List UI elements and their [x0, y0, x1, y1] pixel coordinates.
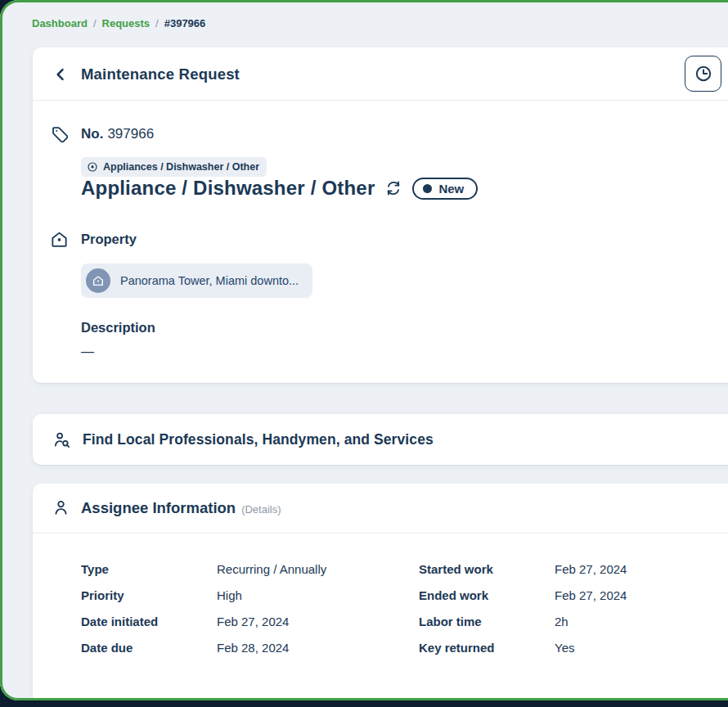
- refresh-icon[interactable]: [384, 179, 402, 197]
- appliance-category-icon: [87, 161, 98, 173]
- tag-icon: [51, 125, 70, 144]
- page-title: Maintenance Request: [81, 65, 240, 83]
- property-chip-label: Panorama Tower, Miami downto...: [120, 274, 299, 287]
- breadcrumb-separator: /: [93, 17, 97, 29]
- person-icon: [52, 498, 70, 517]
- detail-value: Feb 27, 2024: [555, 587, 627, 605]
- detail-label: Labor time: [419, 613, 482, 631]
- assignee-subtitle: (Details): [241, 503, 281, 516]
- maintenance-request-card: Maintenance Request No.397966 Appliances…: [33, 47, 728, 383]
- request-card-header: Maintenance Request: [33, 47, 728, 101]
- breadcrumb-current-request: #397966: [164, 17, 206, 29]
- detail-value: Feb 28, 2024: [217, 639, 289, 657]
- home-avatar-icon: [92, 274, 105, 287]
- detail-value: Feb 27, 2024: [555, 561, 627, 579]
- request-number: 397966: [107, 126, 154, 142]
- chevron-left-icon: [52, 66, 69, 83]
- breadcrumb-dashboard[interactable]: Dashboard: [32, 17, 88, 29]
- assignee-information-card: Assignee Information (Details) Type Recu…: [33, 484, 728, 700]
- find-professionals-title: Find Local Professionals, Handymen, and …: [83, 431, 434, 448]
- detail-value: 2h: [555, 613, 568, 631]
- breadcrumb-requests[interactable]: Requests: [102, 17, 151, 29]
- assignee-title: Assignee Information: [81, 499, 236, 517]
- app-window: Dashboard / Requests / #397966 Maintenan…: [0, 0, 728, 700]
- description-label: Description: [81, 320, 155, 335]
- detail-label: Ended work: [419, 587, 488, 605]
- clock-icon: [694, 64, 713, 83]
- category-badge-label: Appliances / Dishwasher / Other: [103, 161, 259, 173]
- description-value: —: [81, 344, 94, 359]
- property-section-label: Property: [81, 232, 137, 247]
- detail-value: High: [217, 587, 242, 605]
- request-title-row: Appliance / Dishwasher / Other New: [81, 177, 478, 200]
- property-avatar: [86, 268, 110, 293]
- detail-label: Priority: [81, 587, 124, 605]
- detail-label: Key returned: [419, 639, 495, 657]
- detail-label: Date initiated: [81, 613, 158, 631]
- find-professionals-card[interactable]: Find Local Professionals, Handymen, and …: [33, 414, 728, 465]
- detail-label: Date due: [81, 639, 133, 657]
- detail-value: Feb 27, 2024: [217, 613, 289, 631]
- request-number-row: No.397966: [81, 126, 154, 142]
- assignee-title-row: Assignee Information (Details): [81, 499, 281, 517]
- category-badge: Appliances / Dishwasher / Other: [81, 157, 267, 177]
- breadcrumb: Dashboard / Requests / #397966: [32, 17, 205, 29]
- breadcrumb-separator: /: [155, 17, 159, 29]
- property-chip[interactable]: Panorama Tower, Miami downto...: [81, 263, 312, 298]
- status-badge: New: [412, 178, 478, 200]
- home-icon: [50, 230, 69, 249]
- status-dot-icon: [423, 184, 432, 193]
- detail-value: Recurring / Annually: [217, 561, 326, 579]
- request-title: Appliance / Dishwasher / Other: [81, 177, 375, 200]
- history-button[interactable]: [685, 56, 721, 92]
- status-label: New: [438, 182, 464, 196]
- detail-label: Started work: [419, 561, 493, 579]
- back-button[interactable]: [51, 65, 70, 84]
- assignee-card-header: Assignee Information (Details): [33, 484, 728, 534]
- person-search-icon: [52, 430, 71, 449]
- detail-value: Yes: [555, 639, 574, 657]
- request-number-label: No.: [81, 126, 103, 142]
- detail-label: Type: [81, 561, 109, 579]
